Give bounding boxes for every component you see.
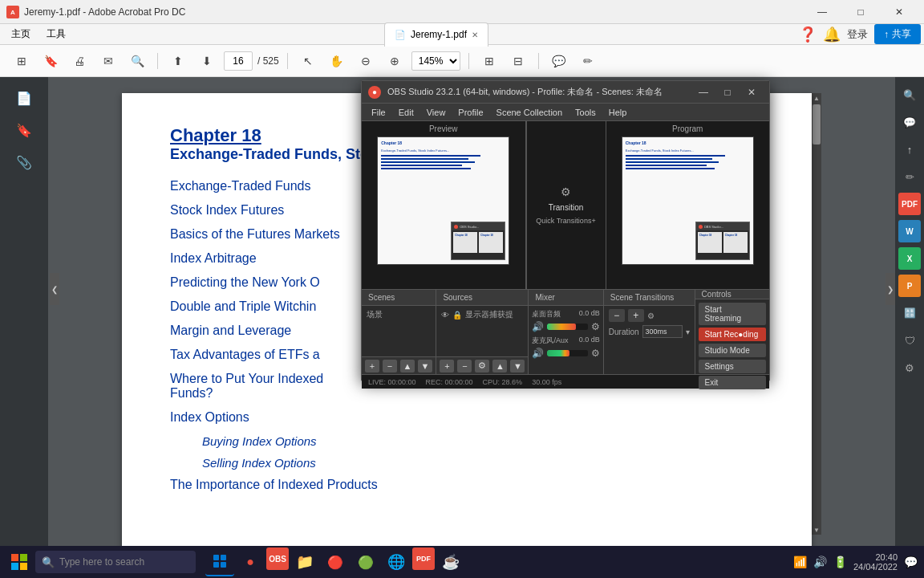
obs-source-settings-btn[interactable]: ⚙ xyxy=(475,360,489,372)
hand-tool-btn[interactable]: ✋ xyxy=(325,50,349,72)
menu-home[interactable]: 主页 xyxy=(3,26,38,43)
toc-item-index-options[interactable]: Index Options xyxy=(170,410,764,425)
toc-item-last[interactable]: The Importance of Indexed Products xyxy=(170,478,764,492)
taskbar-time[interactable]: 20:40 24/04/2022 xyxy=(853,552,898,572)
right-export-excel-icon[interactable]: X xyxy=(898,247,921,270)
obs-remove-scene-btn[interactable]: − xyxy=(383,360,397,372)
page-number-input[interactable] xyxy=(224,51,253,71)
obs-exit-btn[interactable]: Exit xyxy=(699,376,766,389)
sidebar-attach-icon[interactable]: 📎 xyxy=(10,148,38,177)
obs-source-item[interactable]: 👁 🔒 显示器捕获提 xyxy=(441,309,523,320)
print-btn[interactable]: 🖨 xyxy=(67,50,91,72)
collapse-right-btn[interactable]: ❯ xyxy=(886,273,895,305)
obs-maximize-btn[interactable]: □ xyxy=(716,83,739,101)
zoom-out-btn[interactable]: ⊖ xyxy=(354,50,378,72)
obs-remove-source-btn[interactable]: − xyxy=(457,360,472,372)
obs-add-scene-btn[interactable]: + xyxy=(365,360,379,372)
start-button[interactable] xyxy=(6,549,32,575)
pen-btn[interactable]: ✏ xyxy=(576,50,600,72)
zoom-in-btn[interactable]: ⊕ xyxy=(383,50,407,72)
maximize-btn[interactable]: □ xyxy=(842,0,879,24)
right-export-ppt-icon[interactable]: P xyxy=(898,275,921,297)
minimize-btn[interactable]: — xyxy=(804,0,841,24)
obs-duration-input[interactable] xyxy=(642,325,683,338)
obs-program-screen[interactable]: Chapter 18 Exchange-Traded Funds, Stock … xyxy=(622,136,754,265)
chapter-title[interactable]: Chapter 18 xyxy=(170,125,261,145)
right-export-pdf-icon[interactable]: PDF xyxy=(898,193,921,215)
obs-minimize-btn[interactable]: — xyxy=(692,83,715,101)
right-search-icon[interactable]: 🔍 xyxy=(898,83,921,106)
sidebar-pages-icon[interactable]: 📄 xyxy=(10,83,38,112)
taskbar-app-chrome[interactable]: 🌐 xyxy=(382,547,411,576)
obs-menu-file[interactable]: File xyxy=(365,106,392,119)
right-ocr-icon[interactable]: 🔠 xyxy=(898,302,921,324)
obs-menu-tools[interactable]: Tools xyxy=(569,106,602,119)
right-settings-icon[interactable]: ⚙ xyxy=(898,356,921,379)
collapse-left-btn[interactable]: ❮ xyxy=(50,273,59,305)
obs-source-up-btn[interactable]: ▲ xyxy=(492,360,507,372)
next-page-btn[interactable]: ⬇ xyxy=(195,50,219,72)
scroll-up-btn[interactable]: ▲ xyxy=(812,93,821,103)
obs-transition-plus-btn[interactable]: + xyxy=(628,309,644,322)
notification-icon[interactable]: 🔔 xyxy=(823,26,841,43)
taskbar-search-box[interactable]: 🔍 Type here to search xyxy=(35,551,196,573)
taskbar-notification-icon[interactable]: 💬 xyxy=(904,556,918,568)
obs-track1-settings-btn[interactable]: ⚙ xyxy=(591,321,600,332)
obs-start-streaming-btn[interactable]: Start Streaming xyxy=(699,303,766,325)
obs-preview-screen[interactable]: Chapter 18 Exchange-Traded Funds, Stock … xyxy=(377,136,509,265)
menu-tools[interactable]: 工具 xyxy=(38,26,74,43)
obs-transition-sub[interactable]: Quick Transitions+ xyxy=(536,217,595,225)
obs-transition-gear[interactable]: ⚙ xyxy=(647,311,654,320)
right-comment-icon[interactable]: 💬 xyxy=(898,111,921,133)
obs-track2-mute-btn[interactable]: 🔊 xyxy=(532,348,544,359)
obs-menu-help[interactable]: Help xyxy=(602,106,634,119)
pdf-tab[interactable]: 📄 Jeremy-1.pdf ✕ xyxy=(384,22,488,47)
sidebar-bookmark-icon[interactable]: 🔖 xyxy=(10,116,38,144)
zoom-select[interactable]: 145% 100% 75% 50% xyxy=(411,51,460,71)
obs-track1-mute-btn[interactable]: 🔊 xyxy=(532,321,544,332)
taskbar-app-java[interactable]: ☕ xyxy=(436,547,465,576)
close-btn[interactable]: ✕ xyxy=(881,0,918,24)
compare-btn[interactable]: ⊟ xyxy=(506,50,530,72)
right-edit-icon[interactable]: ✏ xyxy=(898,165,921,188)
toc-subitem-buying[interactable]: Buying Index Options xyxy=(202,434,764,448)
pdf-scrollbar[interactable]: ▲ ▼ xyxy=(812,93,821,535)
bookmark-btn[interactable]: 🔖 xyxy=(38,50,63,72)
obs-close-btn[interactable]: ✕ xyxy=(740,83,763,101)
obs-up-scene-btn[interactable]: ▲ xyxy=(400,360,415,372)
obs-add-source-btn[interactable]: + xyxy=(440,360,454,372)
obs-menu-profile[interactable]: Profile xyxy=(452,106,489,119)
email-btn[interactable]: ✉ xyxy=(96,50,120,72)
right-export-word-icon[interactable]: W xyxy=(898,220,921,242)
cursor-tool-btn[interactable]: ↖ xyxy=(296,50,320,72)
taskbar-app-5[interactable]: 🟢 xyxy=(351,547,380,576)
thumbnail-btn[interactable]: ⊞ xyxy=(10,50,34,72)
obs-menu-view[interactable]: View xyxy=(420,106,452,119)
tab-close-btn[interactable]: ✕ xyxy=(472,31,478,39)
obs-transition-gear-icon[interactable]: ⚙ xyxy=(561,185,571,198)
obs-scene-item[interactable]: 场景 xyxy=(367,309,431,320)
help-icon[interactable]: ❓ xyxy=(799,26,817,43)
obs-settings-btn[interactable]: Settings xyxy=(699,360,766,373)
obs-menu-edit[interactable]: Edit xyxy=(392,106,420,119)
right-protect-icon[interactable]: 🛡 xyxy=(898,329,921,352)
view-btn[interactable]: ⊞ xyxy=(477,50,501,72)
login-label[interactable]: 登录 xyxy=(847,27,868,42)
scroll-thumb[interactable] xyxy=(813,104,821,144)
search-btn[interactable]: 🔍 xyxy=(125,50,149,72)
right-share-icon[interactable]: ↑ xyxy=(898,138,921,161)
share-button[interactable]: ↑ 共享 xyxy=(874,24,921,44)
obs-track2-settings-btn[interactable]: ⚙ xyxy=(591,348,600,359)
comment-btn[interactable]: 💬 xyxy=(547,50,571,72)
obs-transition-minus-btn[interactable]: − xyxy=(609,309,625,322)
taskbar-app-explorer[interactable] xyxy=(205,547,234,576)
taskbar-app-acrobat[interactable]: PDF xyxy=(412,547,435,570)
obs-start-recording-btn[interactable]: Start Rec●ding xyxy=(699,328,766,341)
taskbar-app-obs-1[interactable]: ● xyxy=(236,547,265,576)
toc-subitem-selling[interactable]: Selling Index Options xyxy=(202,456,764,470)
obs-duration-chevron-down[interactable]: ▾ xyxy=(686,328,690,336)
taskbar-app-obs-2[interactable]: OBS xyxy=(266,547,289,570)
taskbar-app-files[interactable]: 📁 xyxy=(290,547,319,576)
scroll-down-btn[interactable]: ▼ xyxy=(812,525,821,535)
obs-menu-scene-collection[interactable]: Scene Collection xyxy=(490,106,569,119)
